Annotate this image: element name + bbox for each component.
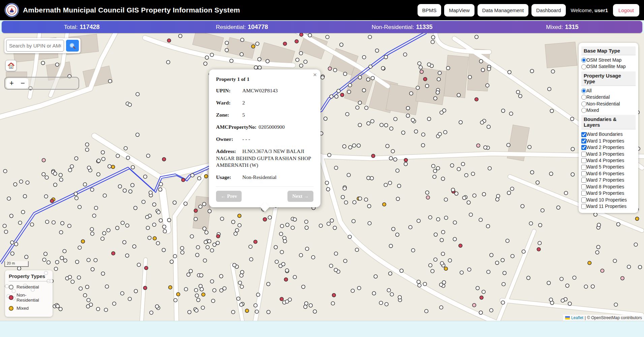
property-popup: × Property 1 of 1 UPIN:AMCW02P8143 Ward:… (209, 69, 320, 207)
stat-item: Non-Residential:11335 (322, 24, 482, 31)
radio-input[interactable] (581, 108, 586, 113)
layer-checkbox-option[interactable]: Ward 7 Properties (581, 177, 636, 183)
municipal-logo (5, 3, 19, 17)
legend-item: Mixed (9, 306, 49, 311)
stat-item: Residential:104778 (162, 24, 322, 31)
property-types-legend: Property Types Residential Non-Residenti… (5, 270, 53, 317)
popup-field: Owner:- - - (216, 136, 313, 143)
usage-radio-option[interactable]: All (581, 88, 636, 94)
close-icon[interactable]: × (313, 71, 317, 79)
usage-radio-option[interactable]: Mixed (581, 107, 636, 114)
checkbox-input[interactable] (581, 197, 586, 203)
checkbox-input[interactable] (581, 132, 586, 137)
username: user1 (594, 7, 608, 13)
radio-input[interactable] (581, 95, 586, 100)
basemap-radio-option[interactable]: OSM Satellite Map (581, 63, 636, 70)
checkbox-input[interactable] (581, 165, 586, 170)
map-attribution: Leaflet | © OpenStreetMap contributors (563, 315, 644, 321)
stat-item: Mixed:1315 (482, 24, 642, 31)
radio-input[interactable] (581, 58, 586, 63)
checkbox-input[interactable] (581, 158, 586, 163)
search-icon (69, 42, 76, 49)
home-button[interactable] (5, 60, 17, 71)
radio-input[interactable] (581, 64, 586, 69)
legend-item: Residential (9, 284, 49, 289)
layer-checkbox-option[interactable]: Ward 1 Properties (581, 138, 636, 144)
popup-field: AMCPropertyNo:0205000900 (216, 124, 313, 131)
next-button[interactable]: Next → (287, 191, 313, 202)
search-control (4, 38, 81, 53)
layer-checkbox-option[interactable]: Ward Boundaries (581, 131, 636, 137)
nav-button[interactable]: Data Management (478, 4, 528, 17)
zoom-out-button[interactable]: − (17, 78, 28, 88)
legend-swatch (9, 306, 13, 311)
checkbox-input[interactable] (581, 204, 586, 209)
legend-item: Non-Residential (9, 293, 49, 303)
layer-checkbox-option[interactable]: Ward 2 Properties (581, 144, 636, 151)
page-title: Ambernath Municipal Council GIS Property… (23, 6, 240, 14)
home-icon (7, 62, 15, 69)
zoom-control: + − (4, 77, 79, 90)
popup-field: Zone:5 (216, 112, 313, 119)
selected-property-marker[interactable] (263, 218, 267, 221)
prev-button[interactable]: ← Prev (216, 191, 242, 202)
layer-checkbox-option[interactable]: Ward 10 Properties (581, 197, 636, 203)
search-button[interactable] (66, 40, 79, 52)
checkbox-input[interactable] (581, 191, 586, 196)
header-nav: BPMS MapView Data Management Dashboard W… (418, 4, 639, 17)
usage-radio-option[interactable]: Residential (581, 94, 636, 100)
nav-button[interactable]: MapView (444, 4, 474, 17)
basemap-layer (0, 33, 644, 321)
layer-checkbox-option[interactable]: Ward 3 Properties (581, 151, 636, 157)
popup-field: Usage:Non-Residential (216, 174, 313, 181)
stat-item: Total:117428 (2, 24, 162, 31)
legend-swatch (9, 285, 13, 289)
usage-radio-option[interactable]: Non-Residential (581, 101, 636, 107)
basemap-section-title: Base Map Type (581, 47, 636, 55)
layer-checkbox-option[interactable]: Ward 9 Properties (581, 190, 636, 196)
checkbox-input[interactable] (581, 184, 586, 189)
popup-field: Ward:2 (216, 99, 313, 106)
radio-input[interactable] (581, 88, 586, 93)
layers-section-title: Boundaries & Layers (581, 115, 636, 129)
osm-credit: © OpenStreetMap contributors (587, 315, 642, 320)
map-canvas[interactable]: + − 20 m Property Types Residential Non-… (0, 33, 644, 321)
search-input[interactable] (6, 40, 64, 52)
checkbox-input[interactable] (581, 171, 586, 176)
layer-checkbox-option[interactable]: Ward 8 Properties (581, 184, 636, 190)
legend-title: Property Types (9, 273, 49, 279)
basemap-radio-option[interactable]: OSM Street Map (581, 57, 636, 63)
popup-field: UPIN:AMCW02P8143 (216, 87, 313, 94)
nav-button[interactable]: BPMS (418, 4, 441, 17)
logout-button[interactable]: Logout (613, 4, 639, 17)
welcome-text: Welcome, user1 (571, 7, 608, 13)
usage-section-title: Property Usage Type (581, 71, 636, 86)
layer-checkbox-option[interactable]: Ward 6 Properties (581, 171, 636, 177)
radio-input[interactable] (581, 101, 586, 106)
popup-title: Property 1 of 1 (216, 76, 313, 82)
scale-bar: 20 m (4, 261, 29, 267)
layers-panel: Base Map Type OSM Street Map OSM Satelli… (579, 43, 638, 213)
stats-bar: Total:117428 Residential:104778 Non-Resi… (2, 21, 642, 33)
layer-checkbox-option[interactable]: Ward 4 Properties (581, 157, 636, 164)
leaflet-link[interactable]: Leaflet (571, 315, 583, 320)
layer-checkbox-option[interactable]: Ward 11 Properties (581, 203, 636, 210)
layer-checkbox-option[interactable]: Ward 5 Properties (581, 164, 636, 170)
popup-field: Address:H.NO.367A/3 NEW BALAJI NAGAR BEH… (216, 148, 313, 169)
zoom-in-button[interactable]: + (6, 78, 17, 88)
nav-button[interactable]: Dashboard (531, 4, 565, 17)
checkbox-input[interactable] (581, 139, 586, 144)
checkbox-input[interactable] (581, 178, 586, 183)
legend-swatch (9, 295, 13, 300)
app-header: Ambernath Municipal Council GIS Property… (0, 0, 644, 20)
checkbox-input[interactable] (581, 152, 586, 157)
ukraine-flag-icon (565, 316, 570, 319)
checkbox-input[interactable] (581, 145, 586, 150)
